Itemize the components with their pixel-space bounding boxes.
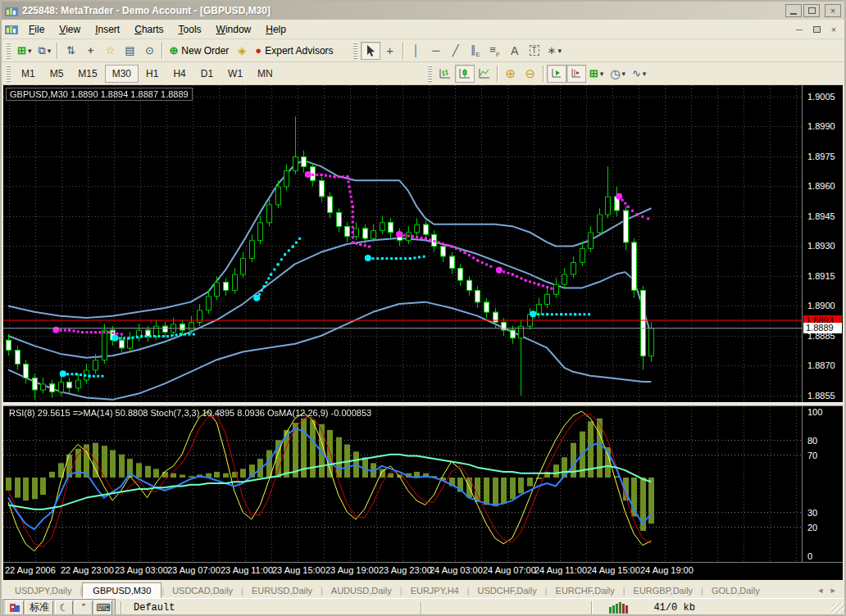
indicator-canvas[interactable] (3, 406, 802, 562)
text-label-icon: T (530, 45, 539, 56)
text-tool-button[interactable]: A (505, 42, 525, 60)
mdi-restore-button[interactable] (809, 23, 824, 35)
tab-eurgbp-daily[interactable]: EURGBP,Daily (625, 583, 702, 598)
bar-chart-button[interactable] (435, 65, 455, 83)
arrows-tool-button[interactable]: ∗▾ (544, 42, 565, 60)
price-axis-label: 1.8945 (807, 211, 835, 221)
toolbar-grip[interactable] (353, 43, 357, 59)
ime-softkeyboard-button[interactable]: ⌨ (94, 600, 112, 615)
metaeditor-button[interactable]: ◈ (232, 42, 252, 60)
timeframes-toolbar: M1M5M15M30H1H4D1W1MN ⊕ ⊖ ⊞▾ ◷▾ ∿▾ (2, 62, 844, 85)
indicator-values-header: RSI(8) 29.5615 =>MA(14) 50.8808 Stoch(7,… (6, 407, 375, 419)
expert-advisors-button[interactable]: ●Expert Advisors (252, 42, 336, 60)
ime-language-bar: 标准 ☾ ” ⌨ (2, 599, 116, 616)
tab-eurjpy-h4[interactable]: EURJPY,H4 (403, 583, 467, 598)
minimize-button[interactable] (785, 4, 802, 17)
timeframe-d1[interactable]: D1 (193, 65, 221, 83)
toolbar-grip[interactable] (7, 43, 11, 59)
tab-eurchf-daily[interactable]: EURCHF,Daily (548, 583, 623, 598)
text-label-tool-button[interactable]: T (525, 42, 544, 60)
zoom-out-button[interactable]: ⊖ (521, 65, 540, 83)
toolbar-grip[interactable] (7, 66, 11, 82)
indicator-axis[interactable]: 100807030200 (802, 406, 843, 562)
horizontal-line-tool-button[interactable]: ─ (426, 42, 446, 60)
tab-scroll-right-icon[interactable]: ▸ (826, 585, 839, 598)
vertical-line-icon: │ (413, 44, 420, 57)
terminal-button[interactable]: ▤ (120, 42, 139, 60)
timeframe-h1[interactable]: H1 (139, 65, 166, 83)
mdi-minimize-button[interactable]: ─ (792, 23, 807, 35)
chart-area: GBPUSD,M30 1.8890 1.8894 1.8887 1.8889 1… (3, 85, 843, 580)
timeframe-w1[interactable]: W1 (221, 65, 250, 83)
vertical-line-tool-button[interactable]: │ (407, 42, 426, 60)
menu-tools[interactable]: Tools (171, 21, 209, 38)
profiles-button[interactable]: ⧉▾ (34, 42, 54, 60)
menu-charts[interactable]: Charts (127, 21, 171, 38)
tab-gbpusd-m30[interactable]: GBPUSD,M30 (82, 582, 161, 598)
ime-fullhalf-button[interactable]: ☾ (55, 600, 73, 615)
tab-usdcad-daily[interactable]: USDCAD,Daily (164, 583, 241, 598)
market-watch-button[interactable]: ⇅ (61, 42, 80, 60)
mdi-close-button[interactable]: × (826, 23, 841, 35)
data-window-button[interactable]: + (80, 42, 100, 60)
timeframe-m5[interactable]: M5 (43, 65, 71, 83)
new-chart-button[interactable]: ⊞▾ (14, 42, 34, 60)
timeframe-m1[interactable]: M1 (14, 65, 43, 83)
tab-audusd-daily[interactable]: AUDUSD,Daily (323, 583, 400, 598)
tab-usdchf-daily[interactable]: USDCHF,Daily (470, 583, 545, 598)
tab-gold-daily[interactable]: GOLD,Daily (703, 583, 768, 598)
price-axis[interactable]: 1.90051.89901.89751.89601.89451.89301.89… (802, 85, 843, 402)
chart-shift-button[interactable] (566, 65, 586, 83)
chevron-down-icon: ▾ (600, 70, 604, 78)
cursor-tool-button[interactable] (361, 42, 380, 60)
connection-bars-icon (609, 602, 630, 614)
chart-shift-icon (571, 68, 582, 79)
menu-help[interactable]: Help (258, 21, 293, 38)
line-chart-button[interactable] (475, 65, 494, 83)
resize-grip[interactable] (831, 603, 844, 616)
new-chart-icon: ⊞ (17, 44, 26, 57)
tab-eurusd-daily[interactable]: EURUSD,Daily (243, 583, 321, 598)
auto-scroll-icon (551, 68, 562, 79)
indicator-axis-label: 80 (807, 436, 817, 446)
menu-view[interactable]: View (52, 21, 88, 38)
timeframe-m30[interactable]: M30 (105, 65, 139, 83)
tab-usdjpy-daily[interactable]: USDJPY,Daily (7, 583, 80, 598)
metatrader-window: 225848: MetaTrader - Demo Account - [GBP… (0, 0, 846, 616)
fibonacci-tool-button[interactable]: ≡F (485, 42, 505, 60)
crosshair-tool-button[interactable]: + (380, 42, 400, 60)
chevron-down-icon: ▾ (28, 47, 32, 55)
main-chart-canvas[interactable] (3, 85, 802, 402)
timeframe-mn[interactable]: MN (250, 65, 280, 83)
trendline-tool-button[interactable]: ╱ (446, 42, 466, 60)
candlestick-icon (459, 68, 471, 79)
new-order-button[interactable]: ⊕New Order (166, 42, 232, 60)
timeframe-h4[interactable]: H4 (166, 65, 193, 83)
menu-insert[interactable]: Insert (88, 21, 127, 38)
timeframe-m15[interactable]: M15 (70, 65, 104, 83)
periods-button[interactable]: ◷▾ (607, 65, 629, 83)
price-axis-label: 1.8975 (807, 152, 835, 161)
ime-mode-button[interactable]: 标准 (25, 600, 53, 615)
candlestick-chart-button[interactable] (455, 65, 475, 83)
ime-punctuation-button[interactable]: ” (75, 600, 93, 615)
time-axis-label: 24 Aug 15:00 (587, 565, 640, 575)
indicators-button[interactable]: ⊞▾ (586, 65, 607, 83)
strategy-tester-button[interactable]: ⊙ (139, 42, 159, 60)
zoom-in-button[interactable]: ⊕ (501, 65, 521, 83)
time-axis[interactable]: 22 Aug 200622 Aug 23:0023 Aug 03:0023 Au… (3, 562, 843, 578)
ime-language-button[interactable] (6, 600, 24, 615)
traffic-status: 41/0 kb (653, 602, 694, 614)
navigator-star-icon: ☆ (106, 44, 116, 57)
close-button[interactable]: × (825, 4, 841, 17)
menu-window[interactable]: Window (209, 21, 259, 38)
navigator-button[interactable]: ☆ (100, 42, 120, 60)
channel-tool-button[interactable]: ∥E (466, 42, 485, 60)
auto-scroll-button[interactable] (547, 65, 566, 83)
toolbar-grip[interactable] (428, 66, 432, 82)
templates-button[interactable]: ∿▾ (629, 65, 649, 83)
restore-button[interactable] (803, 4, 820, 17)
menu-bar: FileViewInsertChartsToolsWindowHelp ─ × (2, 20, 844, 39)
tab-scroll-left-icon[interactable]: ◂ (814, 585, 827, 598)
menu-file[interactable]: File (21, 21, 52, 38)
